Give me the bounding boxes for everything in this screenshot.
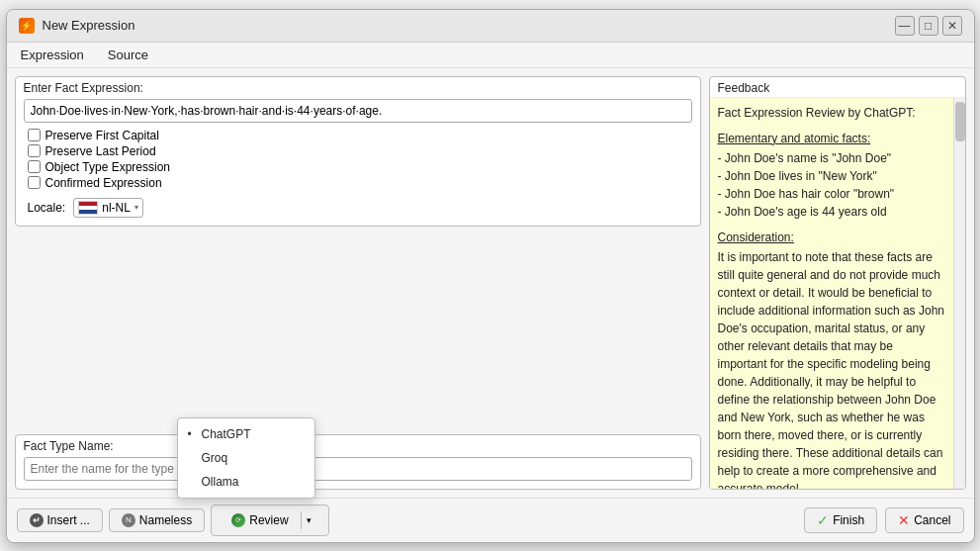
feedback-title: Fact Expression Review by ChatGPT: <box>718 104 945 122</box>
fact-expression-input[interactable] <box>24 99 692 123</box>
checkboxes-group: Preserve First Capital Preserve Last Per… <box>24 129 692 190</box>
spacer <box>15 232 701 428</box>
feedback-consideration-body: It is important to note that these facts… <box>718 248 945 489</box>
window-icon: ⚡ <box>19 18 35 34</box>
finish-button[interactable]: ✓ Finish <box>804 507 877 533</box>
fact-expression-section: Enter Fact Expression: Preserve First Ca… <box>15 76 701 227</box>
insert-label: Insert ... <box>47 513 90 527</box>
review-label: Review <box>249 513 288 527</box>
locale-value: nl-NL <box>102 201 131 215</box>
feedback-facts-section: Elementary and atomic facts: - John Doe'… <box>718 130 945 221</box>
fact-type-input[interactable] <box>24 457 692 481</box>
preserve-last-period-checkbox[interactable] <box>28 144 41 157</box>
checkbox-preserve-last-period: Preserve Last Period <box>28 144 692 158</box>
checkbox-preserve-first-capital: Preserve First Capital <box>28 129 692 142</box>
check-icon: ✓ <box>817 512 829 528</box>
finish-label: Finish <box>833 513 864 527</box>
locale-dropdown-arrow: ▾ <box>134 203 138 212</box>
review-icon: ⟳ <box>231 513 245 527</box>
bottom-right-actions: ✓ Finish ✕ Cancel <box>804 507 963 533</box>
cancel-label: Cancel <box>914 513 950 527</box>
feedback-box: Feedback Fact Expression Review by ChatG… <box>709 76 966 490</box>
preserve-last-period-label: Preserve Last Period <box>45 144 156 158</box>
title-bar-left: ⚡ New Expression <box>19 18 135 34</box>
preserve-first-capital-label: Preserve First Capital <box>45 129 159 142</box>
feedback-fact-2: - John Doe lives in "New York" <box>718 167 945 185</box>
dropdown-item-ollama[interactable]: Ollama <box>178 470 314 494</box>
feedback-fact-1: - John Doe's name is "John Doe" <box>718 149 945 167</box>
left-panel: Enter Fact Expression: Preserve First Ca… <box>15 76 701 490</box>
feedback-facts-heading: Elementary and atomic facts: <box>718 130 945 147</box>
nameless-label: Nameless <box>139 513 192 527</box>
feedback-content: Fact Expression Review by ChatGPT: Eleme… <box>710 98 953 489</box>
object-type-expression-checkbox[interactable] <box>28 160 41 173</box>
title-controls: — □ ✕ <box>895 16 962 36</box>
title-bar: ⚡ New Expression — □ ✕ <box>7 10 974 43</box>
menu-bar: Expression Source <box>7 43 974 68</box>
locale-label: Locale: <box>28 201 66 215</box>
checkbox-confirmed-expression: Confirmed Expression <box>28 176 692 190</box>
insert-icon: ↵ <box>30 513 44 527</box>
locale-select[interactable]: nl-NL ▾ <box>73 198 143 218</box>
feedback-consideration-section: Consideration: It is important to note t… <box>718 229 945 489</box>
menu-expression[interactable]: Expression <box>15 45 90 65</box>
preserve-first-capital-checkbox[interactable] <box>28 129 41 141</box>
fact-type-label: Fact Type Name: <box>24 439 692 453</box>
feedback-label: Feedback <box>710 77 965 98</box>
main-window: ⚡ New Expression — □ ✕ Expression Source… <box>6 9 975 543</box>
feedback-title-section: Fact Expression Review by ChatGPT: <box>718 104 945 122</box>
flag-nl <box>78 201 98 215</box>
window-title: New Expression <box>43 18 135 33</box>
confirmed-expression-label: Confirmed Expression <box>45 176 162 190</box>
scrollbar-track[interactable] <box>953 98 965 489</box>
object-type-expression-label: Object Type Expression <box>45 160 171 174</box>
nameless-button[interactable]: N Nameless <box>109 508 205 532</box>
locale-row: Locale: nl-NL ▾ <box>24 198 692 218</box>
confirmed-expression-checkbox[interactable] <box>28 176 41 189</box>
nameless-icon: N <box>122 513 135 527</box>
dropdown-item-groq[interactable]: Groq <box>178 446 314 470</box>
maximize-button[interactable]: □ <box>919 16 938 36</box>
bottom-bar: ↵ Insert ... N Nameless ⟳ Review ▾ ChatG… <box>7 498 974 542</box>
review-button-group: ⟳ Review ▾ <box>211 505 328 536</box>
x-icon: ✕ <box>898 512 910 528</box>
fact-expression-label: Enter Fact Expression: <box>24 81 692 95</box>
review-dropdown-arrow[interactable]: ▾ <box>301 511 316 529</box>
review-dropdown-menu: ChatGPT Groq Ollama <box>177 417 315 499</box>
feedback-fact-4: - John Doe's age is 44 years old <box>718 203 945 221</box>
scrollbar-thumb[interactable] <box>955 102 965 141</box>
right-panel: Feedback Fact Expression Review by ChatG… <box>709 76 966 490</box>
checkbox-object-type-expression: Object Type Expression <box>28 160 692 174</box>
review-main-button[interactable]: ⟳ Review <box>223 509 296 531</box>
close-button[interactable]: ✕ <box>942 16 962 36</box>
content-area: Enter Fact Expression: Preserve First Ca… <box>7 68 974 498</box>
feedback-fact-3: - John Doe has hair color "brown" <box>718 185 945 203</box>
fact-type-section: Fact Type Name: <box>15 434 701 490</box>
menu-source[interactable]: Source <box>102 45 154 65</box>
insert-button[interactable]: ↵ Insert ... <box>17 508 103 532</box>
cancel-button[interactable]: ✕ Cancel <box>885 507 963 533</box>
minimize-button[interactable]: — <box>895 16 915 36</box>
feedback-consideration-heading: Consideration: <box>718 229 945 246</box>
feedback-scroll-wrapper: Fact Expression Review by ChatGPT: Eleme… <box>710 98 965 489</box>
dropdown-item-chatgpt[interactable]: ChatGPT <box>178 422 314 446</box>
